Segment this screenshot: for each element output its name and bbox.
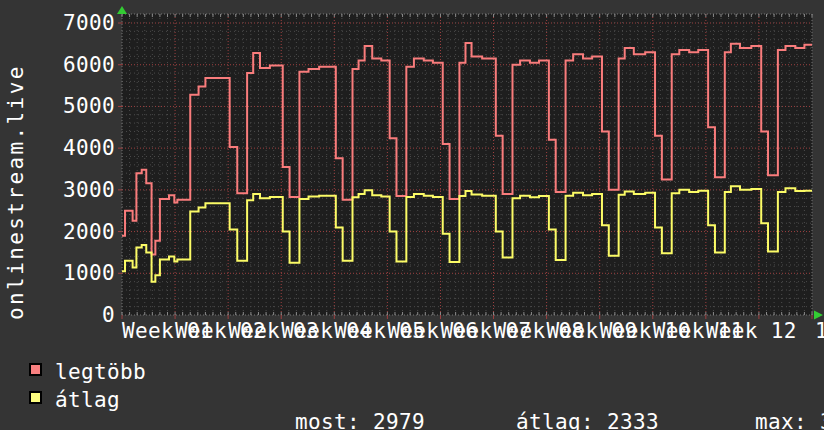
stat-max-value: 3088 — [820, 410, 824, 430]
stat-atlag: átlag:2333 — [438, 389, 659, 430]
munin-rrd-graph: onlinestream.live 0100020003000400050006… — [0, 0, 824, 430]
legend-swatch-atlag — [29, 391, 42, 404]
legend-label-legtobb: legtöbb — [55, 361, 146, 383]
stat-max: max:3088 — [677, 389, 824, 430]
stat-atlag-label: átlag: — [516, 410, 594, 430]
stat-atlag-value: 2333 — [607, 410, 659, 430]
y-axis-tick-label: 0 — [20, 304, 115, 326]
y-axis-tick-label: 4000 — [20, 137, 115, 159]
y-axis-tick-label: 5000 — [20, 95, 115, 117]
y-axis-tick-label: 1000 — [20, 262, 115, 284]
y-axis-tick-label: 7000 — [20, 12, 115, 34]
legend-label-atlag: átlag — [55, 389, 120, 411]
stat-max-label: max: — [755, 410, 807, 430]
y-axis-tick-label: 2000 — [20, 221, 115, 243]
x-axis-partial-label: 1 — [815, 320, 824, 342]
plot-area — [117, 5, 824, 325]
x-axis-week-label: Week 12 — [706, 320, 797, 342]
stat-most: most:2979 — [217, 389, 425, 430]
y-axis-tick-label: 3000 — [20, 179, 115, 201]
stat-most-label: most: — [295, 410, 360, 430]
legend-swatch-legtobb — [29, 363, 42, 376]
stat-most-value: 2979 — [373, 410, 425, 430]
y-axis-tick-label: 6000 — [20, 54, 115, 76]
